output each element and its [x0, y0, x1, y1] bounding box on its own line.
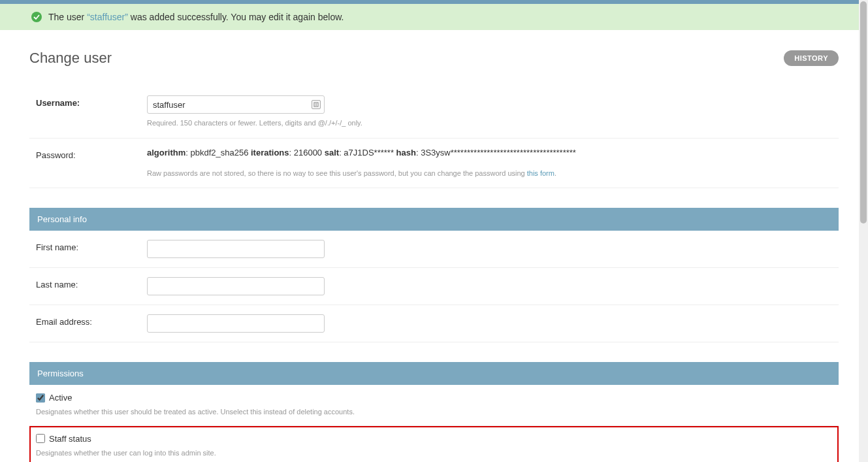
- page-title: Change user: [29, 50, 112, 67]
- check-circle-icon: [31, 12, 42, 22]
- password-label: Password:: [36, 148, 147, 160]
- history-button[interactable]: HISTORY: [784, 50, 839, 66]
- username-row: Username: Required. 150 characters or fe…: [29, 86, 839, 139]
- password-help: Raw passwords are not stored, so there i…: [147, 168, 832, 179]
- password-hash-line: algorithm: pbkdf2_sha256 iterations: 216…: [147, 148, 832, 157]
- banner-text: The user “staffuser” was added successfu…: [48, 12, 344, 22]
- email-row: Email address:: [29, 305, 839, 342]
- change-password-link[interactable]: this form: [527, 169, 555, 177]
- username-input[interactable]: [147, 95, 325, 114]
- first-name-row: First name:: [29, 231, 839, 268]
- email-label: Email address:: [36, 314, 147, 327]
- last-name-input[interactable]: [147, 277, 325, 295]
- permissions-header: Permissions: [29, 362, 839, 385]
- active-checkbox[interactable]: [36, 393, 45, 403]
- staff-status-label: Staff status: [49, 434, 91, 444]
- username-content: Required. 150 characters or fewer. Lette…: [147, 95, 832, 129]
- staff-status-checkbox[interactable]: [36, 434, 45, 443]
- username-label: Username:: [36, 95, 147, 108]
- main-container: Change user HISTORY Username: Required. …: [0, 30, 868, 462]
- personal-info-header: Personal info: [29, 208, 839, 231]
- active-label: Active: [49, 393, 72, 403]
- last-name-label: Last name:: [36, 277, 147, 289]
- email-input[interactable]: [147, 314, 325, 333]
- last-name-row: Last name:: [29, 268, 839, 305]
- password-row: Password: algorithm: pbkdf2_sha256 itera…: [29, 139, 839, 189]
- page-header: Change user HISTORY: [29, 50, 839, 67]
- success-banner: The user “staffuser” was added successfu…: [0, 4, 868, 30]
- banner-user-link[interactable]: staffuser: [90, 12, 125, 22]
- active-help: Designates whether this user should be t…: [36, 406, 832, 418]
- scrollbar-track[interactable]: [859, 0, 868, 462]
- active-row: Active Designates whether this user shou…: [29, 385, 839, 426]
- staff-status-row-highlighted: Staff status Designates whether the user…: [29, 426, 839, 463]
- first-name-label: First name:: [36, 240, 147, 252]
- username-help: Required. 150 characters or fewer. Lette…: [147, 118, 832, 129]
- scrollbar-thumb[interactable]: [860, 1, 867, 223]
- staff-status-help: Designates whether the user can log into…: [36, 448, 832, 459]
- password-content: algorithm: pbkdf2_sha256 iterations: 216…: [147, 148, 832, 179]
- first-name-input[interactable]: [147, 240, 325, 258]
